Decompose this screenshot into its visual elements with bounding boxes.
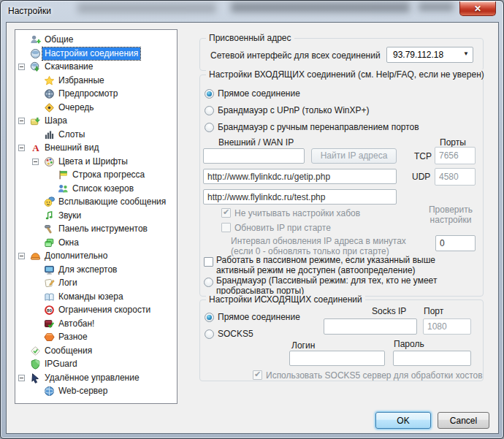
tree-item-label: Список юзеров (70, 183, 136, 195)
tcp-port-input[interactable] (435, 147, 476, 164)
tree-item-messages[interactable]: Сообщения (15, 345, 177, 358)
ok-button[interactable]: OK (375, 412, 431, 429)
interface-value: 93.79.112.18 (393, 50, 443, 60)
ignore-hubs-checkbox[interactable] (221, 208, 231, 218)
password-input[interactable] (393, 351, 471, 366)
tree-item-windows[interactable]: Окна (15, 237, 177, 250)
tree-item-speed-limits[interactable]: 80Ограничения скорости (15, 304, 177, 317)
firewall-passive-label: Брандмауэр (Пассивный режим: для тех, кт… (216, 275, 476, 296)
tree-item-general[interactable]: Общие (15, 34, 177, 47)
tree-item-preview[interactable]: Предпросмотр (15, 88, 177, 101)
tree-item-autoban[interactable]: Автобан! (15, 318, 177, 331)
tree-item-label: Дополнительно (42, 250, 110, 262)
cancel-button[interactable]: Cancel (438, 412, 489, 429)
manual-ports-radio[interactable] (205, 123, 214, 132)
tree-item-toolbar[interactable]: Панель инструментов (15, 223, 177, 236)
tree-item-share[interactable]: Шара (15, 115, 177, 128)
passive-mode-checkbox[interactable] (204, 257, 213, 267)
tree-item-user-list[interactable]: Список юзеров (15, 183, 177, 196)
tree-item-label: Избранные (56, 75, 107, 87)
tree-item-queue[interactable]: Очередь (15, 102, 177, 115)
tree-item-misc[interactable]: Разное (15, 331, 177, 344)
tree-item-connection[interactable]: Настройки соединения (15, 47, 177, 61)
wan-ip-input[interactable] (203, 148, 305, 164)
close-button[interactable]: ✕ (459, 1, 496, 16)
login-input[interactable] (289, 351, 385, 366)
tree-item-slots[interactable]: Слоты (15, 129, 177, 142)
tree-item-label: Предпросмотр (56, 88, 120, 100)
letter-a-icon: A (30, 142, 41, 153)
socks-resolve-checkbox[interactable] (253, 370, 262, 380)
socks-resolve-label: Использовать SOCKS5 сервер для обработки… (266, 370, 483, 381)
find-ip-button[interactable]: Найти IP адреса (311, 148, 397, 164)
tree-item-label: Звуки (56, 210, 83, 222)
manual-ports-label: Брандмауэр с ручным перенаправлением пор… (218, 122, 419, 132)
tree-item-user-commands[interactable]: Команды юзера (15, 291, 177, 304)
direct-in-radio[interactable] (205, 89, 214, 99)
collapse-icon[interactable] (18, 64, 25, 70)
tree-item-colors-fonts[interactable]: Цвета и Шрифты (15, 156, 177, 169)
ignore-hubs-label: Не учитывать настройки хабов (234, 208, 360, 218)
collapse-icon[interactable] (18, 375, 25, 381)
tree-item-downloads[interactable]: Скачивание (15, 61, 177, 74)
firewall-passive-radio[interactable] (204, 278, 213, 287)
udp-port-input[interactable] (435, 168, 476, 186)
dialog-content: ОбщиеНастройки соединенияСкачиваниеИзбра… (6, 22, 499, 434)
tree-item-sounds[interactable]: Звуки (15, 210, 177, 223)
sign-80-icon: 80 (44, 305, 55, 316)
outgoing-settings-group: Настройки ИСХОДЯЩИХ соединений Прямое со… (199, 299, 484, 381)
upnp-radio[interactable] (205, 106, 214, 115)
ports-label: Порты (440, 137, 466, 148)
tree-item-label: Web-сервер (56, 385, 110, 397)
tree-item-label: Логи (56, 277, 80, 289)
tree-item-label: Цвета и Шрифты (56, 156, 130, 168)
tcp-label: TCP (414, 151, 432, 161)
test-url-input[interactable] (203, 189, 397, 205)
tree-item-progress-bar[interactable]: Строка прогресса (15, 169, 177, 182)
socks-port-input[interactable] (423, 318, 471, 335)
tree-item-label: Разное (56, 331, 90, 343)
tree-item-popups[interactable]: Всплывающие сообщения (15, 196, 177, 209)
direct-out-radio[interactable] (205, 313, 214, 322)
tree-item-ipguard[interactable]: IPGuard (15, 358, 177, 371)
socks-ip-input[interactable] (324, 318, 417, 335)
tree-item-label: Панель инструментов (56, 223, 150, 235)
collapse-icon[interactable] (32, 159, 39, 165)
direct-out-label: Прямое соединение (218, 312, 300, 322)
tree-item-label: Команды юзера (56, 291, 126, 303)
tree-item-advanced[interactable]: Дополнительно (15, 250, 177, 263)
pencil-note-icon (44, 278, 55, 289)
tree-item-appearance[interactable]: AВнешний вид (15, 142, 177, 155)
collapse-icon[interactable] (18, 145, 25, 151)
check-settings-button[interactable]: Проверить настройки (419, 205, 483, 225)
socks5-radio[interactable] (205, 329, 214, 339)
tree-item-logs[interactable]: Логи (15, 277, 177, 290)
assigned-address-group: Присвоенный адрес Сетевой интерфейс для … (199, 38, 484, 71)
tree-item-label: Автобан! (56, 318, 96, 330)
hexagon-icon (44, 332, 55, 343)
interval-input[interactable] (435, 235, 476, 251)
getip-url-input[interactable] (203, 169, 397, 184)
diamond-check-icon (30, 346, 41, 356)
tree-item-experts[interactable]: Для экспертов (15, 264, 177, 277)
collapse-icon[interactable] (18, 118, 25, 124)
login-label: Логин (291, 340, 315, 351)
close-icon: ✕ (474, 4, 481, 14)
collapse-icon[interactable] (18, 253, 25, 259)
upnp-label: Брандмауэр с UPnP (только WinXP+) (218, 105, 370, 115)
globe-icon (30, 48, 41, 59)
update-ip-label: Обновить IP при старте (234, 223, 331, 233)
udp-label: UDP (412, 172, 430, 182)
slots-bars-icon (44, 129, 55, 140)
settings-window: Настройки ✕ ОбщиеНастройки соединенияСка… (0, 0, 504, 439)
shield-icon (30, 359, 41, 370)
tree-item-favorites[interactable]: Избранные (15, 75, 177, 88)
settings-tree: ОбщиеНастройки соединенияСкачиваниеИзбра… (15, 29, 177, 404)
titlebar-glass-smudge (231, 2, 410, 12)
interface-select[interactable]: 93.79.112.18 ▼ (386, 47, 473, 63)
users-add-icon (30, 34, 41, 45)
tree-item-remote[interactable]: Удалённое управление (15, 372, 177, 385)
update-ip-checkbox[interactable] (221, 223, 231, 232)
tree-item-web-server[interactable]: Web-сервер (15, 385, 177, 398)
music-note-icon (44, 210, 55, 221)
